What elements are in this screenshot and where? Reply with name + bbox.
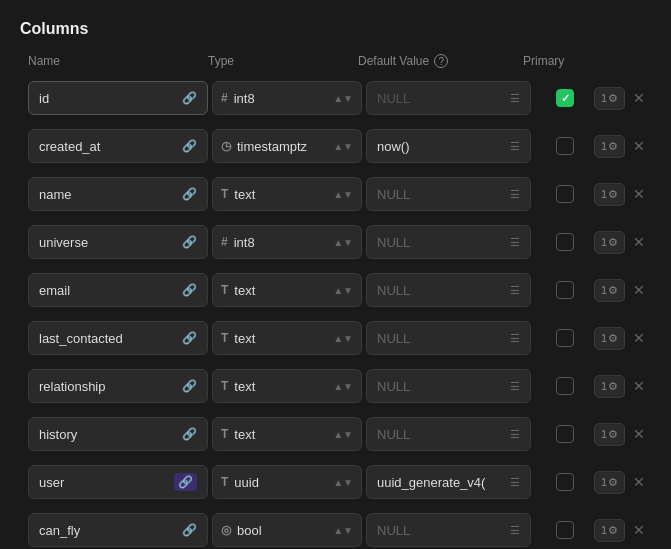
primary-checkbox[interactable] — [556, 89, 574, 107]
default-cell[interactable]: now() ☰ — [366, 129, 531, 163]
type-cell[interactable]: T uuid ▲▼ — [212, 465, 362, 499]
primary-cell — [535, 521, 595, 539]
primary-cell — [535, 377, 595, 395]
default-cell[interactable]: NULL ☰ — [366, 369, 531, 403]
gear-button[interactable]: 1 ⚙ — [594, 231, 625, 254]
column-name: universe — [39, 235, 176, 250]
delete-button[interactable]: ✕ — [629, 518, 649, 542]
default-cell[interactable]: NULL ☰ — [366, 321, 531, 355]
type-icon: ◎ — [221, 523, 231, 537]
gear-button[interactable]: 1 ⚙ — [594, 375, 625, 398]
type-icon: T — [221, 331, 228, 345]
gear-button[interactable]: 1 ⚙ — [594, 87, 625, 110]
help-icon[interactable]: ? — [434, 54, 448, 68]
primary-checkbox[interactable] — [556, 521, 574, 539]
delete-button[interactable]: ✕ — [629, 374, 649, 398]
name-cell: user 🔗 — [28, 465, 208, 499]
column-name: email — [39, 283, 176, 298]
primary-checkbox[interactable] — [556, 185, 574, 203]
type-cell[interactable]: ◷ timestamptz ▲▼ — [212, 129, 362, 163]
link-icon[interactable]: 🔗 — [182, 331, 197, 345]
gear-icon: ⚙ — [608, 188, 618, 201]
delete-button[interactable]: ✕ — [629, 422, 649, 446]
type-cell[interactable]: T text ▲▼ — [212, 273, 362, 307]
default-cell[interactable]: NULL ☰ — [366, 177, 531, 211]
name-cell: name 🔗 — [28, 177, 208, 211]
action-number: 1 — [601, 476, 607, 488]
menu-icon: ☰ — [510, 92, 520, 105]
gear-button[interactable]: 1 ⚙ — [594, 183, 625, 206]
type-arrow-icon: ▲▼ — [333, 477, 353, 488]
delete-button[interactable]: ✕ — [629, 470, 649, 494]
link-icon[interactable]: 🔗 — [182, 187, 197, 201]
delete-button[interactable]: ✕ — [629, 182, 649, 206]
type-value: int8 — [234, 235, 328, 250]
type-cell[interactable]: T text ▲▼ — [212, 417, 362, 451]
delete-button[interactable]: ✕ — [629, 326, 649, 350]
delete-button[interactable]: ✕ — [629, 230, 649, 254]
table-row: id 🔗 # int8 ▲▼ NULL ☰ 1 ⚙ ✕ — [20, 76, 651, 120]
action-number: 1 — [601, 188, 607, 200]
link-icon[interactable]: 🔗 — [182, 379, 197, 393]
action-number: 1 — [601, 140, 607, 152]
gear-button[interactable]: 1 ⚙ — [594, 327, 625, 350]
table-body: id 🔗 # int8 ▲▼ NULL ☰ 1 ⚙ ✕ created_at 🔗 — [20, 76, 651, 549]
primary-checkbox[interactable] — [556, 329, 574, 347]
gear-icon: ⚙ — [608, 476, 618, 489]
gear-button[interactable]: 1 ⚙ — [594, 471, 625, 494]
type-arrow-icon: ▲▼ — [333, 429, 353, 440]
type-cell[interactable]: T text ▲▼ — [212, 369, 362, 403]
gear-button[interactable]: 1 ⚙ — [594, 279, 625, 302]
primary-checkbox[interactable] — [556, 425, 574, 443]
link-icon[interactable]: 🔗 — [182, 283, 197, 297]
columns-section: Columns Name Type Default Value ? Primar… — [20, 20, 651, 549]
type-value: int8 — [234, 91, 328, 106]
type-cell[interactable]: # int8 ▲▼ — [212, 81, 362, 115]
gear-button[interactable]: 1 ⚙ — [594, 519, 625, 542]
link-icon[interactable]: 🔗 — [182, 91, 197, 105]
primary-checkbox[interactable] — [556, 377, 574, 395]
link-icon[interactable]: 🔗 — [174, 473, 197, 491]
primary-cell — [535, 281, 595, 299]
primary-checkbox[interactable] — [556, 473, 574, 491]
default-cell[interactable]: NULL ☰ — [366, 225, 531, 259]
link-icon[interactable]: 🔗 — [182, 523, 197, 537]
gear-button[interactable]: 1 ⚙ — [594, 423, 625, 446]
actions-cell: 1 ⚙ ✕ — [599, 374, 649, 398]
type-arrow-icon: ▲▼ — [333, 237, 353, 248]
primary-checkbox[interactable] — [556, 281, 574, 299]
link-icon[interactable]: 🔗 — [182, 235, 197, 249]
name-cell: email 🔗 — [28, 273, 208, 307]
default-cell[interactable]: NULL ☰ — [366, 273, 531, 307]
actions-cell: 1 ⚙ ✕ — [599, 182, 649, 206]
action-number: 1 — [601, 524, 607, 536]
link-icon[interactable]: 🔗 — [182, 427, 197, 441]
table-row: name 🔗 T text ▲▼ NULL ☰ 1 ⚙ ✕ — [20, 172, 651, 216]
actions-cell: 1 ⚙ ✕ — [599, 470, 649, 494]
actions-cell: 1 ⚙ ✕ — [599, 86, 649, 110]
primary-checkbox[interactable] — [556, 137, 574, 155]
delete-button[interactable]: ✕ — [629, 86, 649, 110]
type-arrow-icon: ▲▼ — [333, 333, 353, 344]
primary-cell — [535, 329, 595, 347]
type-cell[interactable]: T text ▲▼ — [212, 321, 362, 355]
link-icon[interactable]: 🔗 — [182, 139, 197, 153]
default-cell[interactable]: NULL ☰ — [366, 417, 531, 451]
delete-button[interactable]: ✕ — [629, 278, 649, 302]
gear-button[interactable]: 1 ⚙ — [594, 135, 625, 158]
primary-checkbox[interactable] — [556, 233, 574, 251]
delete-button[interactable]: ✕ — [629, 134, 649, 158]
action-number: 1 — [601, 236, 607, 248]
default-cell[interactable]: uuid_generate_v4( ☰ — [366, 465, 531, 499]
type-cell[interactable]: ◎ bool ▲▼ — [212, 513, 362, 547]
type-cell[interactable]: # int8 ▲▼ — [212, 225, 362, 259]
default-cell[interactable]: NULL ☰ — [366, 513, 531, 547]
default-cell[interactable]: NULL ☰ — [366, 81, 531, 115]
type-arrow-icon: ▲▼ — [333, 93, 353, 104]
type-arrow-icon: ▲▼ — [333, 141, 353, 152]
primary-cell — [535, 137, 595, 155]
default-value: NULL — [377, 331, 504, 346]
type-cell[interactable]: T text ▲▼ — [212, 177, 362, 211]
actions-cell: 1 ⚙ ✕ — [599, 518, 649, 542]
type-icon: T — [221, 379, 228, 393]
